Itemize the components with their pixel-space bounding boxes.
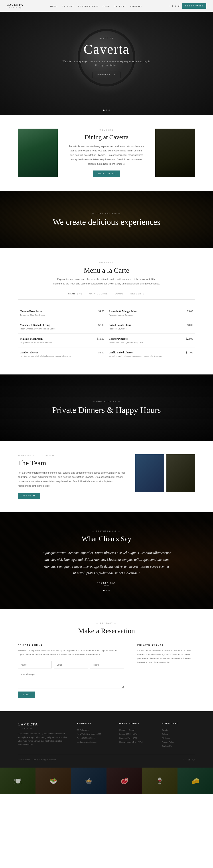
footer-link[interactable]: Contact Us — [162, 745, 172, 747]
testimonial-dots — [27, 590, 186, 591]
message-textarea[interactable] — [18, 671, 124, 688]
private-dining-description: The Main Dining Room can accommodate up … — [18, 649, 124, 657]
team-image-1-inner — [135, 454, 164, 492]
footer-twitter-icon[interactable]: t — [186, 758, 186, 761]
gallery-item-6[interactable]: 🧀 — [178, 768, 213, 794]
tab-soups[interactable]: SOUPS — [115, 293, 124, 297]
footer-facebook-icon[interactable]: f — [183, 758, 183, 761]
gallery-item-5[interactable]: 🍷 — [142, 768, 178, 794]
testimonial-dot-3[interactable] — [109, 590, 110, 591]
menu-item-info: Garlic Baked Cheese Finnish Squeaky Chee… — [109, 351, 162, 358]
tab-starters[interactable]: STARTERS — [68, 293, 82, 297]
nav-menu[interactable]: MENU — [50, 5, 58, 7]
footer-link[interactable]: Privacy Policy — [162, 741, 174, 743]
hero-contact-button[interactable]: CONTACT US — [93, 72, 120, 78]
private-title: Private Dinners & Happy Hours — [52, 405, 161, 415]
footer-link[interactable]: Gallery — [162, 733, 168, 735]
email-input[interactable] — [54, 661, 88, 669]
menu-item-name: Jambon Iberico — [20, 351, 70, 354]
team-section: — BEHIND THE SCENES — The Team For a tru… — [0, 441, 213, 513]
team-text: — BEHIND THE SCENES — The Team For a tru… — [18, 454, 126, 499]
gallery-item-2[interactable]: 🥗 — [35, 768, 71, 794]
menu-item: Avocado & Mango Salsa Avocado, Mango, To… — [106, 306, 195, 320]
footer-address-heading: ADDRESS — [77, 722, 111, 724]
testimonials-title: What Clients Say — [27, 535, 186, 543]
menu-item-description: Grilled Corn Drink, Queen Crispy, Chili — [109, 341, 143, 344]
nav-logo: CAVERTA fine dining — [7, 3, 23, 9]
menu-items-grid: Tomato Bruschetta Tomatoes, Olive Oil, C… — [18, 306, 195, 361]
instagram-icon[interactable]: in — [175, 5, 176, 7]
footer-social: f t in G+ — [183, 758, 195, 761]
twitter-icon[interactable]: t — [172, 5, 173, 7]
testimonial-role: Yoga — [27, 584, 186, 586]
private-section: — NOW BOOKING — Private Dinners & Happy … — [0, 374, 213, 441]
footer-description: For a truly memorable dining experience,… — [18, 732, 68, 746]
footer-hours-col: OPEN HOURS Monday – SundayLunch: 12PM – … — [119, 722, 153, 748]
footer-link[interactable]: Events — [162, 729, 168, 731]
footer-address-email: contact@website.com — [77, 740, 111, 744]
footer-hour-line: Monday – Sunday — [119, 728, 153, 732]
menu-item-price: $7.00 — [96, 323, 104, 327]
footer-grid: CAVERTA fine dining For a truly memorabl… — [18, 722, 195, 748]
nav-links: MENU GALLERY RESERVATIONS CHEF GALLERY C… — [50, 4, 143, 8]
submit-button[interactable]: SEND — [18, 691, 35, 698]
tab-main-course[interactable]: MAIN COURSE — [89, 293, 108, 297]
testimonial-dot-2[interactable] — [106, 590, 107, 591]
testimonial-dot-1[interactable] — [103, 590, 104, 591]
book-table-button[interactable]: BOOK A TABLE — [182, 3, 206, 9]
footer-brand: CAVERTA fine dining For a truly memorabl… — [18, 722, 68, 748]
gallery-item-1[interactable]: 🍽️ — [0, 768, 35, 794]
hero-description: We offer a unique gastronomical and cont… — [62, 60, 151, 67]
nav-social: f t in g+ BOOK A TABLE — [170, 3, 206, 9]
gplus-icon[interactable]: g+ — [178, 5, 181, 7]
nav-gallery2[interactable]: GALLERY — [114, 5, 126, 7]
reservation-section-label: — CONTACT — — [18, 622, 195, 624]
footer-link[interactable]: All Hours — [162, 737, 170, 739]
gallery-item-4[interactable]: 🥩 — [106, 768, 142, 794]
phone-input[interactable] — [90, 661, 124, 669]
facebook-icon[interactable]: f — [170, 5, 171, 7]
hero-dot-3[interactable] — [109, 110, 110, 111]
menu-item-info: Maitake Mushroom Whipped Miso, Yam Sauce… — [20, 337, 52, 344]
footer-copyright: © 2019 Caverta — Designed by @john-templ… — [18, 759, 56, 761]
footer-instagram-icon[interactable]: in — [188, 758, 190, 761]
gallery-item-3[interactable]: 🍲 — [71, 768, 106, 794]
private-events-col: PRIVATE EVENTS Looking for an ideal venu… — [138, 644, 195, 698]
footer-address-phone: P: +1 (845) 232 111 — [77, 736, 111, 740]
hero-dot-1[interactable] — [103, 110, 104, 111]
hero-title: Caverta — [62, 41, 151, 57]
testimonial-quote: "Quisque rutrum. Aenean imperdiet. Etiam… — [42, 550, 171, 577]
private-content: — NOW BOOKING — Private Dinners & Happy … — [52, 400, 161, 415]
testimonials-section-label: — TESTIMONIALS — — [27, 530, 186, 532]
nav-gallery[interactable]: GALLERY — [62, 5, 74, 7]
footer-gplus-icon[interactable]: G+ — [192, 758, 195, 761]
testimonial-author: ANGELA RAY — [27, 582, 186, 584]
menu-section-label: — DISCOVER — — [18, 261, 195, 264]
menu-item-description: Avocado, Mango, Tomatoes — [109, 314, 136, 316]
experiences-section-label: — COME AND SEE — — [53, 212, 160, 214]
menu-item-name: Tomato Bruschetta — [20, 310, 45, 313]
hero-subtitle: SINCE 82 — [62, 37, 151, 39]
dining-title: Dining at Caverta — [69, 134, 144, 141]
dining-book-button[interactable]: BOOK A TABLE — [93, 170, 120, 177]
menu-item-info: Baked Potato Skins Potatoes, Oil, Garlic — [109, 323, 131, 330]
nav-chef[interactable]: CHEF — [103, 5, 110, 7]
tab-desserts[interactable]: DESSERTS — [130, 293, 145, 297]
hero-dots — [103, 110, 110, 111]
menu-item-info: Avocado & Mango Salsa Avocado, Mango, To… — [109, 310, 136, 316]
nav-contact[interactable]: CONTACT — [130, 5, 143, 7]
team-button[interactable]: THE TEAM — [18, 493, 40, 499]
team-image-2 — [166, 454, 195, 492]
menu-item-description: Whipped Miso, Yam Sauce, Sesame — [20, 341, 52, 344]
menu-item: Marinated Grilled Shrimp Fresh Shrimps, … — [18, 320, 106, 334]
menu-tabs: STARTERS MAIN COURSE SOUPS DESSERTS — [18, 293, 195, 300]
experiences-title: We create delicious experiences — [53, 217, 160, 227]
hero-dot-2[interactable] — [106, 110, 107, 111]
menu-item-name: Maitake Mushroom — [20, 337, 52, 341]
dining-section: — WELCOME — Dining at Caverta For a trul… — [0, 115, 213, 191]
hero-content: SINCE 82 Caverta We offer a unique gastr… — [62, 37, 151, 78]
private-dining-heading: PRIVATE DINING — [18, 644, 124, 646]
name-input[interactable] — [18, 661, 52, 669]
private-dining-col: PRIVATE DINING The Main Dining Room can … — [18, 644, 124, 698]
nav-reservations[interactable]: RESERVATIONS — [78, 5, 99, 7]
